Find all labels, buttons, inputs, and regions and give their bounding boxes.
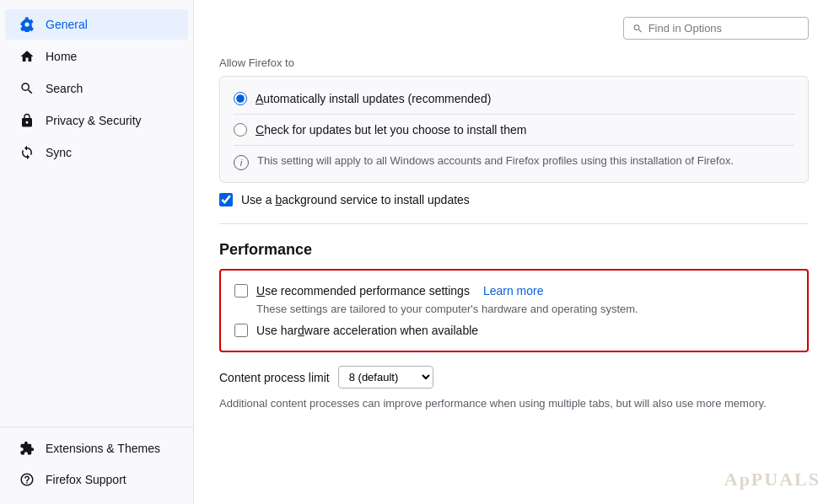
- main-content: Allow Firefox to Automatically install u…: [194, 0, 834, 504]
- check-only-radio[interactable]: [234, 123, 247, 137]
- sidebar-item-label-sync: Sync: [46, 146, 72, 159]
- recommended-settings-row: Use recommended performance settings Lea…: [234, 284, 794, 298]
- search-icon: [19, 80, 35, 97]
- sidebar-item-home[interactable]: Home: [5, 41, 188, 72]
- sidebar-item-label-home: Home: [46, 50, 77, 63]
- allow-firefox-label: Allow Firefox to: [219, 56, 809, 69]
- recommended-settings-checkbox[interactable]: [234, 284, 248, 298]
- content-process-row: Content process limit 8 (default) 1 2 4 …: [219, 366, 809, 389]
- sidebar-item-label-general: General: [46, 18, 88, 31]
- performance-section: Performance Use recommended performance …: [219, 241, 809, 412]
- sidebar-item-privacy[interactable]: Privacy & Security: [5, 105, 188, 136]
- performance-box: Use recommended performance settings Lea…: [219, 269, 809, 352]
- find-search-icon: [632, 23, 643, 35]
- lock-icon: [19, 112, 35, 129]
- info-text: This setting will apply to all Windows a…: [257, 154, 734, 167]
- sidebar-item-sync[interactable]: Sync: [5, 137, 188, 168]
- sidebar-item-support[interactable]: Firefox Support: [5, 464, 188, 495]
- recommended-settings-label: Use recommended performance settings: [256, 284, 470, 298]
- sidebar-item-label-support: Firefox Support: [46, 473, 126, 486]
- hw-accel-checkbox[interactable]: [234, 324, 248, 337]
- performance-title: Performance: [219, 241, 809, 259]
- radio-check-only: Check for updates but let you choose to …: [234, 118, 794, 142]
- sidebar-item-label-search: Search: [46, 82, 83, 95]
- auto-install-radio[interactable]: [234, 92, 247, 105]
- top-bar: [219, 17, 809, 40]
- check-only-label: Check for updates but let you choose to …: [256, 123, 526, 137]
- sidebar-item-label-extensions: Extensions & Themes: [46, 442, 160, 455]
- background-service-checkbox[interactable]: [219, 193, 233, 206]
- sidebar-item-general[interactable]: General: [5, 9, 188, 40]
- updates-section: Allow Firefox to Automatically install u…: [219, 56, 809, 206]
- gear-icon: [19, 16, 35, 33]
- perf-description: These settings are tailored to your comp…: [256, 303, 794, 315]
- question-icon: [19, 471, 35, 488]
- background-service-label: Use a background service to install upda…: [241, 193, 470, 206]
- find-in-options-container: [623, 17, 809, 40]
- hw-accel-row: Use hardware acceleration when available: [234, 324, 794, 337]
- puzzle-icon: [19, 440, 35, 457]
- background-service-row: Use a background service to install upda…: [219, 193, 809, 206]
- info-icon: i: [234, 155, 249, 170]
- content-process-label: Content process limit: [219, 371, 330, 384]
- sync-icon: [19, 144, 35, 161]
- info-row: i This setting will apply to all Windows…: [234, 149, 794, 172]
- radio-group-updates: Automatically install updates (recommend…: [219, 76, 809, 183]
- sidebar: General Home Search Privacy & Security: [0, 0, 194, 504]
- content-process-desc: Additional content processes can improve…: [219, 395, 809, 412]
- radio-auto-install: Automatically install updates (recommend…: [234, 87, 794, 110]
- auto-install-label: Automatically install updates (recommend…: [256, 92, 491, 105]
- sidebar-item-search[interactable]: Search: [5, 73, 188, 104]
- content-process-select[interactable]: 8 (default) 1 2 4 6 8: [338, 366, 433, 389]
- find-in-options-input[interactable]: [648, 22, 799, 35]
- sidebar-item-extensions[interactable]: Extensions & Themes: [5, 433, 188, 464]
- home-icon: [19, 48, 35, 65]
- sidebar-item-label-privacy: Privacy & Security: [46, 114, 142, 127]
- section-divider: [219, 223, 809, 224]
- learn-more-link[interactable]: Learn more: [483, 284, 544, 298]
- hw-accel-label: Use hardware acceleration when available: [256, 324, 478, 337]
